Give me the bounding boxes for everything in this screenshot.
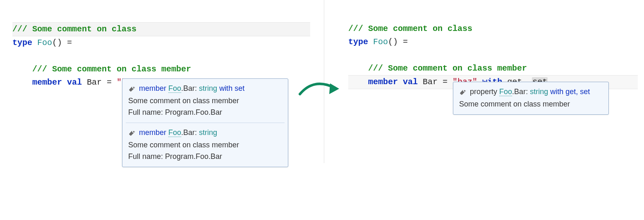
sig-tail: with set (217, 84, 244, 92)
sig-return-type: string (530, 88, 548, 96)
arrow-icon (298, 78, 343, 102)
doc-comment: /// Some comment on class (348, 24, 472, 33)
equals: = (398, 37, 413, 47)
sig-colon: : (195, 128, 199, 137)
parens: () (388, 37, 398, 47)
signature-description: Some comment on class member (128, 95, 282, 106)
assign: = (102, 78, 117, 87)
quickinfo-tooltip-right: property Foo.Bar: string with get, set S… (453, 82, 609, 115)
equals: = (62, 38, 77, 47)
keyword-type: type (348, 37, 368, 47)
type-name: Foo (373, 37, 388, 47)
doc-comment-member: /// Some comment on class member (32, 64, 191, 74)
doc-comment: /// Some comment on class (12, 24, 136, 34)
signature-description: Some comment on class member (459, 99, 603, 109)
sig-return-type: string (199, 84, 217, 92)
type-name: Foo (37, 38, 52, 47)
signature-fullname: Full name: Program.Foo.Bar (128, 107, 282, 118)
signature-text: member Foo.Bar: string with set (139, 83, 282, 94)
keyword-type: type (12, 38, 32, 47)
signature-row: member Foo.Bar: string (128, 127, 282, 138)
keyword-val: val (67, 78, 82, 87)
sig-type: Foo (168, 84, 181, 93)
sig-colon: : (526, 88, 530, 96)
signature-text: property Foo.Bar: string with get, set (470, 86, 603, 97)
signature-fullname: Full name: Program.Foo.Bar (128, 151, 282, 162)
parens: () (52, 38, 62, 47)
sig-keyword: property (470, 88, 497, 96)
sig-type: Foo (499, 88, 512, 96)
fullname-label: Full name: (128, 108, 165, 116)
wrench-icon (459, 88, 467, 95)
keyword-val: val (403, 77, 418, 87)
signature-text: member Foo.Bar: string (139, 127, 282, 138)
tooltip-section: member Foo.Bar: string Some comment on c… (122, 123, 288, 167)
sig-member: Bar (183, 128, 195, 137)
ident-bar: Bar (423, 77, 438, 87)
fullname-value: Program.Foo.Bar (165, 152, 222, 161)
keyword-member: member (368, 77, 398, 87)
signature-row: property Foo.Bar: string with get, set (459, 86, 603, 97)
sig-return-type: string (199, 128, 217, 137)
assign: = (438, 77, 452, 87)
sig-type: Foo (168, 128, 181, 137)
signature-description: Some comment on class member (128, 140, 282, 150)
sig-member: Bar (514, 88, 526, 96)
tooltip-section: property Foo.Bar: string with get, set S… (453, 82, 608, 114)
keyword-member: member (32, 78, 62, 87)
sig-tail: with get, set (548, 88, 590, 96)
wrench-icon (128, 85, 136, 92)
sig-keyword: member (139, 128, 166, 137)
sig-member: Bar (183, 84, 195, 92)
signature-row: member Foo.Bar: string with set (128, 83, 282, 94)
tooltip-section: member Foo.Bar: string with set Some com… (122, 79, 288, 123)
fullname-label: Full name: (128, 152, 165, 161)
fullname-value: Program.Foo.Bar (165, 108, 222, 116)
doc-comment-member: /// Some comment on class member (368, 64, 527, 73)
sig-colon: : (195, 84, 199, 92)
wrench-icon (128, 129, 136, 136)
quickinfo-tooltip-left: member Foo.Bar: string with set Some com… (122, 78, 288, 167)
sig-keyword: member (139, 84, 166, 92)
ident-bar: Bar (87, 78, 102, 87)
